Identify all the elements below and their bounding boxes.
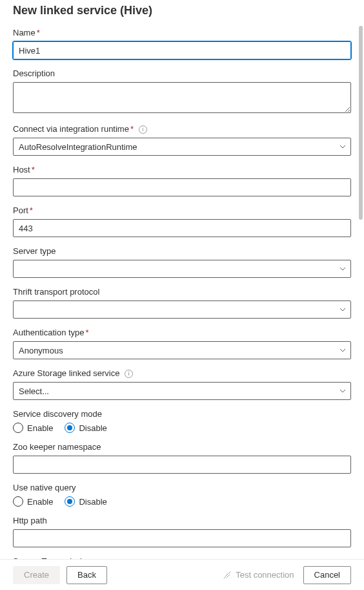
test-connection-button[interactable]: Test connection <box>223 570 294 580</box>
host-input[interactable] <box>13 178 351 196</box>
radio-label: Disable <box>79 423 106 433</box>
runtime-label: Connect via integration runtime* i <box>13 124 351 134</box>
plug-icon <box>223 571 232 580</box>
storage-label: Azure Storage linked service i <box>13 368 351 378</box>
description-input[interactable] <box>13 82 351 113</box>
info-icon: i <box>139 125 147 134</box>
server-type-select[interactable] <box>13 260 351 278</box>
radio-label: Enable <box>27 423 53 433</box>
native-disable-radio[interactable]: Disable <box>65 496 106 507</box>
test-connection-label: Test connection <box>236 570 294 580</box>
zookeeper-input[interactable] <box>13 456 351 474</box>
server-type-label: Server type <box>13 246 351 256</box>
discovery-enable-radio[interactable]: Enable <box>13 423 53 433</box>
thrift-label: Thrift transport protocol <box>13 287 351 297</box>
httppath-label: Http path <box>13 516 351 525</box>
thrift-select[interactable] <box>13 300 351 319</box>
port-label: Port* <box>13 205 351 215</box>
runtime-select[interactable] <box>13 138 351 156</box>
back-button[interactable]: Back <box>66 566 107 584</box>
host-label: Host* <box>13 165 351 174</box>
storage-select[interactable] <box>13 382 351 400</box>
footer-bar: Create Back Test connection Cancel <box>0 559 364 590</box>
native-enable-radio[interactable]: Enable <box>13 496 53 507</box>
zookeeper-label: Zoo keeper namespace <box>13 442 351 452</box>
radio-label: Disable <box>79 497 106 507</box>
radio-label: Enable <box>27 497 53 507</box>
cancel-button[interactable]: Cancel <box>303 566 351 584</box>
discovery-label: Service discovery mode <box>13 409 351 419</box>
description-label: Description <box>13 68 351 78</box>
auth-label: Authentication type* <box>13 328 351 337</box>
httppath-input[interactable] <box>13 529 351 547</box>
discovery-disable-radio[interactable]: Disable <box>65 423 106 433</box>
auth-select[interactable] <box>13 341 351 359</box>
page-title: New linked service (Hive) <box>13 4 351 17</box>
native-label: Use native query <box>13 483 351 492</box>
create-button[interactable]: Create <box>13 566 60 584</box>
port-input[interactable] <box>13 219 351 237</box>
name-input[interactable] <box>13 41 351 59</box>
info-icon: i <box>125 370 133 378</box>
name-label: Name* <box>13 28 351 37</box>
scrollbar-thumb[interactable] <box>359 26 363 220</box>
